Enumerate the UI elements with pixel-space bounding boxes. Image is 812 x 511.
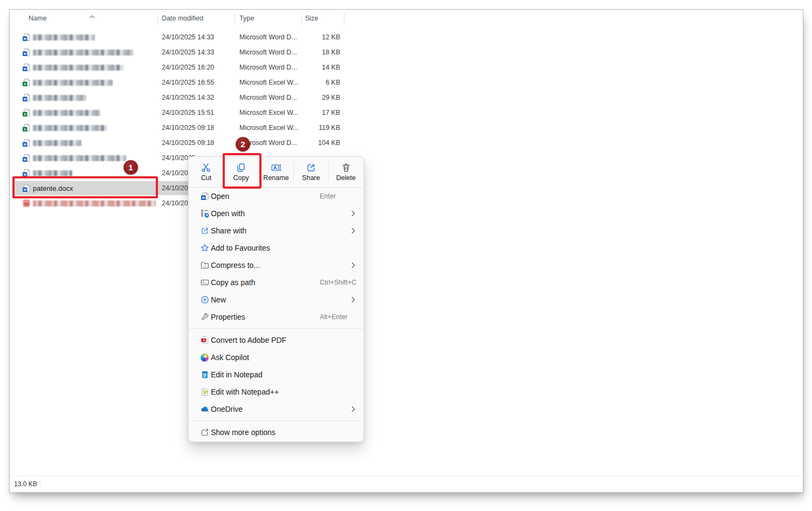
cut-icon xyxy=(201,162,211,173)
annotation-box-copy-button xyxy=(223,153,262,189)
file-name xyxy=(33,45,133,60)
menu-item-new[interactable]: New xyxy=(189,291,363,308)
svg-text:w: w xyxy=(23,172,27,176)
redacted-file-name xyxy=(33,155,126,161)
menu-item-properties[interactable]: Properties Alt+Enter xyxy=(189,308,363,326)
table-row[interactable]: x 24/10/2025 09:18 Microsoft Excel W... … xyxy=(10,120,803,135)
column-header-size[interactable]: Size xyxy=(305,15,318,22)
file-date-modified: 24/10/2025 09:18 xyxy=(162,120,214,135)
excel-file-icon: x xyxy=(22,78,31,87)
rename-icon xyxy=(271,162,281,173)
redacted-file-name xyxy=(33,125,107,131)
file-size: 12 KB xyxy=(276,30,340,45)
word-logo-icon: w xyxy=(201,192,209,201)
menu-item-ask-copilot[interactable]: Ask Copilot xyxy=(189,349,363,366)
file-name xyxy=(33,75,113,90)
delete-button[interactable]: Delete xyxy=(328,157,363,187)
file-date-modified: 24/10/2025 15:51 xyxy=(162,105,214,120)
annotation-step-2-badge: 2 xyxy=(236,137,250,151)
table-row[interactable]: w 24/10/2025 16:20 Microsoft Word D... 1… xyxy=(10,60,803,75)
svg-text:w: w xyxy=(23,157,27,161)
svg-text:x: x xyxy=(24,127,26,131)
file-name xyxy=(33,60,123,75)
menu-item-add-to-favourites[interactable]: Add to Favourites xyxy=(189,239,363,257)
cut-button[interactable]: Cut xyxy=(189,157,224,187)
favourites-icon xyxy=(201,244,209,252)
chevron-right-icon xyxy=(349,295,357,306)
notepad-icon xyxy=(201,370,209,379)
redacted-file-name xyxy=(33,110,100,116)
table-row[interactable]: x 24/10/2025 15:51 Microsoft Excel W... … xyxy=(10,105,803,120)
chevron-right-icon xyxy=(349,209,357,220)
column-divider[interactable] xyxy=(344,13,345,25)
redacted-file-name xyxy=(33,65,123,71)
word-file-icon: w xyxy=(22,48,31,57)
svg-text:w: w xyxy=(23,142,27,146)
excel-file-icon: x xyxy=(22,108,31,117)
column-header-name[interactable]: Name xyxy=(29,15,46,22)
redacted-file-name xyxy=(33,50,133,56)
file-date-modified: 24/10/2025 09:18 xyxy=(162,135,214,150)
column-header-row: Name Date modified Type Size xyxy=(10,10,803,28)
svg-text:x: x xyxy=(24,112,26,116)
word-file-icon: w xyxy=(22,63,31,72)
screenshot-root: Name Date modified Type Size w 24/10/202… xyxy=(0,0,812,511)
svg-text:w: w xyxy=(202,196,205,199)
properties-icon xyxy=(201,313,209,321)
table-row[interactable]: w 24/10/2025 14:32 Microsoft Word D... 2… xyxy=(10,90,803,105)
word-file-icon: w xyxy=(22,93,31,102)
redacted-file-name xyxy=(33,80,113,86)
chevron-right-icon xyxy=(349,405,357,416)
redacted-file-name xyxy=(33,201,156,206)
share-with-icon xyxy=(201,226,209,235)
column-divider[interactable] xyxy=(235,13,235,25)
onedrive-icon xyxy=(201,405,209,413)
file-date-modified: 24/10/2025 14:33 xyxy=(162,45,214,60)
menu-item-compress-to[interactable]: Compress to... xyxy=(189,257,363,274)
file-name xyxy=(33,150,126,165)
redacted-file-name xyxy=(33,95,86,101)
table-row[interactable]: x 24/10/2025 16:55 Microsoft Excel W... … xyxy=(10,75,803,90)
file-name xyxy=(33,90,86,105)
new-icon xyxy=(201,295,209,304)
svg-text:w: w xyxy=(23,37,27,40)
redacted-file-name xyxy=(33,34,95,40)
annotation-step-1-badge: 1 xyxy=(123,160,138,175)
table-row[interactable]: w 24/10/2025 14:33 Microsoft Word D... 1… xyxy=(10,45,803,60)
file-size: 17 KB xyxy=(276,105,340,120)
menu-item-share-with[interactable]: Share with xyxy=(189,222,363,239)
menu-item-copy-as-path[interactable]: Copy as path Ctrl+Shift+C xyxy=(189,274,363,291)
column-divider[interactable] xyxy=(301,13,302,25)
column-header-date-modified[interactable]: Date modified xyxy=(162,15,203,22)
file-date-modified: 24/10/2025 14:32 xyxy=(162,90,214,105)
explorer-window: Name Date modified Type Size w 24/10/202… xyxy=(9,9,803,493)
menu-item-convert-to-adobe-pdf[interactable]: Convert to Adobe PDF xyxy=(189,332,363,349)
menu-item-show-more-options[interactable]: Show more options xyxy=(189,424,363,441)
show-more-icon xyxy=(201,428,209,437)
word-file-icon: w xyxy=(22,139,31,147)
menu-item-edit-in-notepad[interactable]: Edit in Notepad xyxy=(189,366,363,383)
column-divider[interactable] xyxy=(157,13,158,25)
file-name xyxy=(33,30,95,45)
column-header-type[interactable]: Type xyxy=(239,15,254,22)
file-date-modified: 24/10/2025 16:55 xyxy=(162,75,214,90)
menu-item-onedrive[interactable]: OneDrive xyxy=(189,400,363,418)
file-name xyxy=(33,135,81,150)
menu-item-open-with[interactable]: Open with xyxy=(189,205,363,222)
share-button[interactable]: Share xyxy=(293,157,328,187)
status-selected-size: 13.0 KB xyxy=(14,476,37,492)
file-size: 119 KB xyxy=(276,120,340,135)
table-row[interactable]: w 24/10/2025 09:18 Microsoft Word D... 1… xyxy=(10,135,803,150)
menu-item-edit-with-notepad[interactable]: Edit with Notepad++ xyxy=(189,383,363,400)
redacted-file-name xyxy=(33,140,81,146)
svg-text:w: w xyxy=(23,52,27,56)
file-size: 14 KB xyxy=(276,60,340,75)
rename-button[interactable]: Rename xyxy=(259,157,294,187)
file-name xyxy=(33,120,107,135)
menu-item-open[interactable]: w Open Enter xyxy=(189,188,363,205)
copilot-icon xyxy=(201,353,209,362)
table-row[interactable]: w 24/10/2025 14:33 Microsoft Word D... 1… xyxy=(10,30,803,45)
delete-icon xyxy=(341,162,352,173)
word-file-icon: w xyxy=(22,33,31,42)
compress-icon xyxy=(201,261,209,270)
